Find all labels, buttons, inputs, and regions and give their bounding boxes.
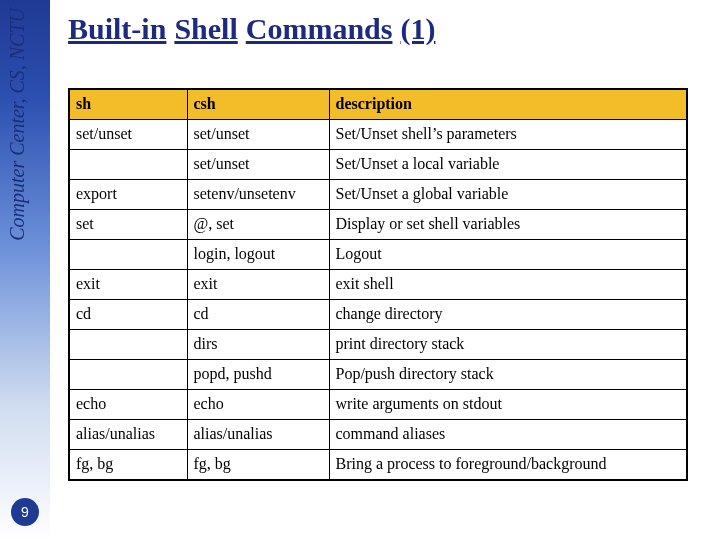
cell-sh: cd bbox=[69, 300, 187, 330]
cell-sh: fg, bg bbox=[69, 450, 187, 481]
col-header-sh: sh bbox=[69, 89, 187, 120]
cell-desc: exit shell bbox=[329, 270, 687, 300]
cell-desc: Logout bbox=[329, 240, 687, 270]
table-row: dirsprint directory stack bbox=[69, 330, 687, 360]
content-area: Built-inShellCommands(1) sh csh descript… bbox=[68, 10, 702, 481]
table-row: set/unsetset/unsetSet/Unset shell’s para… bbox=[69, 120, 687, 150]
cell-sh bbox=[69, 150, 187, 180]
table-row: exportsetenv/unsetenvSet/Unset a global … bbox=[69, 180, 687, 210]
table-body: set/unsetset/unsetSet/Unset shell’s para… bbox=[69, 120, 687, 481]
table-row: set/unsetSet/Unset a local variable bbox=[69, 150, 687, 180]
cell-desc: print directory stack bbox=[329, 330, 687, 360]
slide: Computer Center, CS, NCTU 9 Built-inShel… bbox=[0, 0, 720, 540]
cell-sh: set/unset bbox=[69, 120, 187, 150]
title-word: Built-in bbox=[68, 12, 166, 45]
table-row: popd, pushdPop/push directory stack bbox=[69, 360, 687, 390]
cell-sh bbox=[69, 360, 187, 390]
cell-sh: echo bbox=[69, 390, 187, 420]
cell-csh: exit bbox=[187, 270, 329, 300]
cell-csh: dirs bbox=[187, 330, 329, 360]
page-number: 9 bbox=[21, 504, 29, 520]
cell-csh: @, set bbox=[187, 210, 329, 240]
cell-csh: setenv/unsetenv bbox=[187, 180, 329, 210]
side-org-text: Computer Center, CS, NCTU bbox=[6, 8, 29, 241]
col-header-csh: csh bbox=[187, 89, 329, 120]
cell-desc: command aliases bbox=[329, 420, 687, 450]
cell-csh: login, logout bbox=[187, 240, 329, 270]
table-row: exitexitexit shell bbox=[69, 270, 687, 300]
title-word: (1) bbox=[400, 12, 435, 45]
col-header-desc: description bbox=[329, 89, 687, 120]
cell-csh: fg, bg bbox=[187, 450, 329, 481]
cell-desc: Display or set shell variables bbox=[329, 210, 687, 240]
cell-sh: set bbox=[69, 210, 187, 240]
cell-sh: exit bbox=[69, 270, 187, 300]
cell-csh: alias/unalias bbox=[187, 420, 329, 450]
cell-csh: echo bbox=[187, 390, 329, 420]
table-row: fg, bgfg, bgBring a process to foregroun… bbox=[69, 450, 687, 481]
table-row: set@, setDisplay or set shell variables bbox=[69, 210, 687, 240]
cell-csh: cd bbox=[187, 300, 329, 330]
title-word: Shell bbox=[174, 12, 237, 45]
cell-csh: set/unset bbox=[187, 150, 329, 180]
cell-desc: Set/Unset a global variable bbox=[329, 180, 687, 210]
cell-desc: change directory bbox=[329, 300, 687, 330]
table-header-row: sh csh description bbox=[69, 89, 687, 120]
table-wrap: sh csh description set/unsetset/unsetSet… bbox=[68, 88, 702, 481]
cell-desc: Pop/push directory stack bbox=[329, 360, 687, 390]
table-row: cdcdchange directory bbox=[69, 300, 687, 330]
cell-desc: Bring a process to foreground/background bbox=[329, 450, 687, 481]
cell-sh: export bbox=[69, 180, 187, 210]
cell-desc: Set/Unset shell’s parameters bbox=[329, 120, 687, 150]
table-row: login, logoutLogout bbox=[69, 240, 687, 270]
table-row: alias/unaliasalias/unaliascommand aliase… bbox=[69, 420, 687, 450]
cell-csh: set/unset bbox=[187, 120, 329, 150]
title-word: Commands bbox=[246, 12, 393, 45]
cell-desc: write arguments on stdout bbox=[329, 390, 687, 420]
cell-sh bbox=[69, 330, 187, 360]
page-number-badge: 9 bbox=[11, 498, 39, 526]
table-row: echoechowrite arguments on stdout bbox=[69, 390, 687, 420]
cell-sh: alias/unalias bbox=[69, 420, 187, 450]
cell-sh bbox=[69, 240, 187, 270]
slide-title: Built-inShellCommands(1) bbox=[68, 12, 702, 46]
commands-table: sh csh description set/unsetset/unsetSet… bbox=[68, 88, 688, 481]
cell-desc: Set/Unset a local variable bbox=[329, 150, 687, 180]
cell-csh: popd, pushd bbox=[187, 360, 329, 390]
